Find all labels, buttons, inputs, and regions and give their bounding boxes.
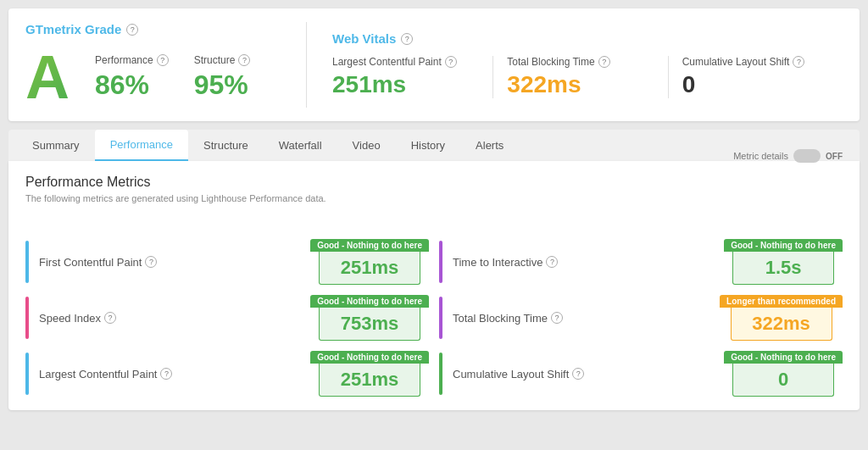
tbt-badge: Longer than recommended [720,295,843,308]
tbt-metric-name: Total Blocking Time [453,312,548,325]
grade-letter: A [25,47,70,108]
web-vitals-title: Web Vitals [332,31,396,46]
performance-value: 86% [95,69,169,101]
metrics-grid: First Contentful Paint ? Good - Nothing … [25,239,843,397]
cls-metric-value: 0 [732,364,834,397]
structure-value: 95% [194,69,251,101]
tbt-metric-info-icon[interactable]: ? [551,312,563,324]
tti-name: Time to Interactive [453,256,542,269]
metric-details-label: Metric details [733,151,788,161]
tab-summary[interactable]: Summary [17,130,95,161]
tbt-label: Total Blocking Time [507,56,594,68]
si-value: 753ms [319,308,420,341]
cls-badge: Good - Nothing to do here [724,351,843,364]
fcp-name: First Contentful Paint [39,256,142,269]
structure-info-icon[interactable]: ? [238,54,250,66]
performance-info-icon[interactable]: ? [157,54,169,66]
performance-label: Performance [95,54,153,66]
lcp-info-icon[interactable]: ? [445,56,457,68]
fcp-badge: Good - Nothing to do here [310,239,429,252]
gtmetrix-info-icon[interactable]: ? [126,24,138,36]
fcp-value: 251ms [319,252,420,285]
panel-subtitle: The following metrics are generated usin… [25,193,326,203]
cls-metric-info-icon[interactable]: ? [572,368,584,380]
tab-alerts[interactable]: Alerts [460,130,519,161]
toggle-state: OFF [826,152,843,161]
si-info-icon[interactable]: ? [104,312,116,324]
tbt-value: 322ms [507,71,654,98]
tbt-info-icon[interactable]: ? [598,56,610,68]
si-badge: Good - Nothing to do here [310,295,429,308]
gtmetrix-grade-title: GTmetrix Grade [25,22,121,36]
structure-label: Structure [194,54,236,66]
tab-structure[interactable]: Structure [188,130,264,161]
lcp-metric-info-icon[interactable]: ? [160,368,172,380]
lcp-metric-name: Largest Contentful Paint [39,368,157,381]
lcp-label: Largest Contentful Paint [332,56,442,68]
panel-title: Performance Metrics [25,175,326,190]
tab-waterfall[interactable]: Waterfall [264,130,337,161]
lcp-metric-value: 251ms [319,364,420,397]
web-vitals-info-icon[interactable]: ? [401,33,413,45]
si-name: Speed Index [39,312,101,325]
tti-info-icon[interactable]: ? [546,256,558,268]
tab-history[interactable]: History [396,130,460,161]
tab-performance[interactable]: Performance [95,130,188,161]
cls-label: Cumulative Layout Shift [682,56,790,68]
lcp-value: 251ms [332,71,479,98]
cls-info-icon[interactable]: ? [793,56,804,68]
tbt-metric-value: 322ms [731,308,832,341]
fcp-info-icon[interactable]: ? [145,256,157,268]
lcp-badge: Good - Nothing to do here [310,351,429,364]
tti-badge: Good - Nothing to do here [724,239,843,252]
tab-video[interactable]: Video [337,130,396,161]
tab-bar: Summary Performance Structure Waterfall … [8,130,860,161]
tti-value: 1.5s [732,252,834,285]
cls-metric-name: Cumulative Layout Shift [453,368,569,381]
metric-details-toggle[interactable] [793,149,821,163]
cls-value: 0 [682,71,829,98]
